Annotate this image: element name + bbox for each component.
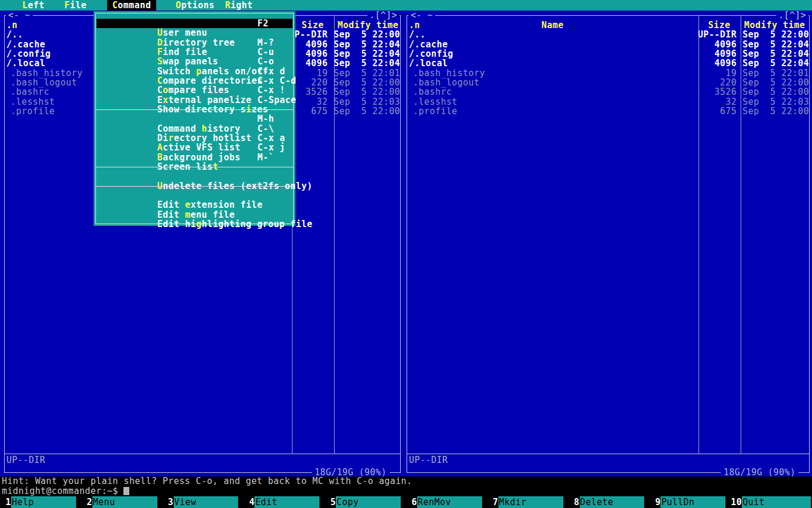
file-size: 4096 xyxy=(694,59,739,68)
menu-item-shortcut: F2 xyxy=(257,19,269,28)
file-row[interactable]: .lesshst 32 Sep 5 22:03 xyxy=(407,97,809,107)
function-key-bar: 1 Help 2 Menu 3 View 4 Edit 5 Copy 6 Ren… xyxy=(0,496,812,508)
menubar-item[interactable]: Command xyxy=(107,0,156,11)
menu-item[interactable]: Screen list M-` xyxy=(97,153,293,162)
file-mtime: Sep 5 22:00 xyxy=(739,30,809,39)
menu-item-shortcut: C-Space xyxy=(257,95,296,105)
file-name: .bashrc xyxy=(407,87,695,97)
menu-item[interactable]: Compare files C-x C-d xyxy=(97,76,293,85)
file-mtime: Sep 5 22:00 xyxy=(739,87,809,97)
menu-item[interactable]: Undelete files (ext2fs only) xyxy=(97,171,293,181)
file-name: /.. xyxy=(407,30,694,39)
file-mtime: Sep 5 22:04 xyxy=(739,40,809,49)
function-key-button[interactable]: 8 Delete xyxy=(569,496,650,508)
menubar-item[interactable]: Options xyxy=(170,0,219,11)
file-mtime: Sep 5 22:00 xyxy=(330,78,400,87)
file-row[interactable]: .bash_history 19 Sep 5 22:01 xyxy=(407,68,809,78)
free-space-indicator: 18G/19G (90%) xyxy=(721,468,799,477)
menu-item[interactable]: External panelize C-x ! xyxy=(97,85,293,95)
menu-item[interactable] xyxy=(97,181,293,191)
command-line[interactable]: midnight@commander:~$ xyxy=(0,486,812,496)
menu-item[interactable]: Edit menu file xyxy=(97,200,293,210)
menubar-item[interactable]: Left xyxy=(17,0,50,11)
fkey-label: Delete xyxy=(580,496,645,508)
command-dropdown-menu: User menu F2 Directory tree Find file M-… xyxy=(94,11,295,226)
menu-item[interactable]: Edit highlighting group file xyxy=(97,210,293,219)
file-size: 4096 xyxy=(694,49,739,59)
file-row[interactable]: .bashrc 3526 Sep 5 22:00 xyxy=(407,87,809,97)
menu-item-shortcut: C-u xyxy=(257,47,274,57)
fkey-label: Edit xyxy=(254,496,319,508)
function-key-button[interactable]: 2 Menu xyxy=(81,496,163,508)
menu-item[interactable]: Command history M-h xyxy=(97,114,293,123)
fkey-number: 4 xyxy=(243,496,254,508)
file-size: 4096 xyxy=(694,40,739,49)
file-name: /.local xyxy=(407,59,694,68)
file-name: /.cache xyxy=(407,40,694,49)
right-panel-header: .nName Size Modify time xyxy=(407,20,809,30)
menubar-item[interactable]: File xyxy=(59,0,92,11)
menu-item-shortcut: C-x j xyxy=(257,143,285,152)
function-key-button[interactable]: 3 View xyxy=(163,496,244,508)
file-row[interactable]: .profile 675 Sep 5 22:00 xyxy=(407,107,809,116)
file-size: UP--DIR xyxy=(694,30,739,39)
column-header-size[interactable]: Size xyxy=(698,20,741,30)
fkey-label: View xyxy=(174,496,239,508)
file-mtime: Sep 5 22:04 xyxy=(330,40,400,49)
fkey-number: 10 xyxy=(731,496,742,508)
file-row[interactable]: /.config 4096 Sep 5 22:04 xyxy=(407,49,809,59)
function-key-button[interactable]: 5 Copy xyxy=(325,496,406,508)
file-row[interactable]: /.cache 4096 Sep 5 22:04 xyxy=(407,40,809,49)
menu-item-shortcut: C-x ! xyxy=(257,85,285,95)
column-header-size[interactable]: Size xyxy=(291,20,334,30)
menubar-item[interactable]: Right xyxy=(220,0,258,11)
function-key-button[interactable]: 9 PullDn xyxy=(649,496,731,508)
function-key-button[interactable]: 10 Quit xyxy=(731,496,812,508)
column-header-mtime[interactable]: Modify time xyxy=(334,20,400,30)
file-mtime: Sep 5 22:01 xyxy=(739,68,809,78)
column-header-mtime[interactable]: Modify time xyxy=(741,20,809,30)
menu-item[interactable]: Directory hotlist C-\ xyxy=(97,124,293,133)
function-key-button[interactable]: 1 Help xyxy=(0,496,81,508)
right-panel: <- ~ .[^]> .nName Size Modify time /.. U… xyxy=(407,15,810,473)
menu-item[interactable]: Active VFS list C-x a xyxy=(97,133,293,143)
column-header-name[interactable]: Name xyxy=(542,20,564,30)
menu-item[interactable]: Switch panels on/off C-o xyxy=(97,57,293,66)
menu-item[interactable] xyxy=(97,162,293,171)
file-name: .profile xyxy=(407,107,695,116)
menu-item[interactable]: Swap panels C-u xyxy=(97,47,293,57)
mc-screen: LeftFileCommandOptionsRight <- ~ .[^]> .… xyxy=(0,0,812,508)
file-size: 32 xyxy=(695,97,739,107)
function-key-button[interactable]: 6 RenMov xyxy=(406,496,487,508)
function-key-button[interactable]: 4 Edit xyxy=(243,496,325,508)
menu-item[interactable]: Show directory sizes C-Space xyxy=(97,95,293,105)
file-name: .bash_logout xyxy=(407,78,695,87)
file-mtime: Sep 5 22:00 xyxy=(330,30,400,39)
menu-item[interactable]: Find file M-? xyxy=(97,38,293,47)
fkey-label: Help xyxy=(11,496,76,508)
fkey-number: 9 xyxy=(649,496,660,508)
fkey-number: 2 xyxy=(81,496,92,508)
menu-item[interactable] xyxy=(97,105,293,114)
file-mtime: Sep 5 22:03 xyxy=(330,97,400,107)
function-key-button[interactable]: 7 Mkdir xyxy=(487,496,569,508)
menu-item[interactable]: Compare directories C-x d xyxy=(97,67,293,76)
fkey-number: 5 xyxy=(325,496,336,508)
sort-indicator: .n xyxy=(6,20,18,30)
file-size: 220 xyxy=(695,78,739,87)
menu-item[interactable]: Background jobs C-x j xyxy=(97,143,293,152)
file-row[interactable]: /.local 4096 Sep 5 22:04 xyxy=(407,59,809,68)
fkey-label: Quit xyxy=(742,496,811,508)
file-name: /.config xyxy=(407,49,694,59)
menu-item[interactable]: Edit extension file xyxy=(97,191,293,200)
menu-item[interactable]: User menu F2 xyxy=(97,19,293,28)
file-row[interactable]: /.. UP--DIR Sep 5 22:00 xyxy=(407,30,809,39)
file-mtime: Sep 5 22:03 xyxy=(739,97,809,107)
menu-item[interactable]: Directory tree xyxy=(97,28,293,37)
menu-item-shortcut: C-x a xyxy=(257,133,285,143)
file-row[interactable]: .bash_logout 220 Sep 5 22:00 xyxy=(407,78,809,87)
fkey-number: 7 xyxy=(487,496,498,508)
sort-indicator: .n xyxy=(409,20,420,30)
fkey-number: 3 xyxy=(163,496,174,508)
column-divider xyxy=(699,16,699,454)
